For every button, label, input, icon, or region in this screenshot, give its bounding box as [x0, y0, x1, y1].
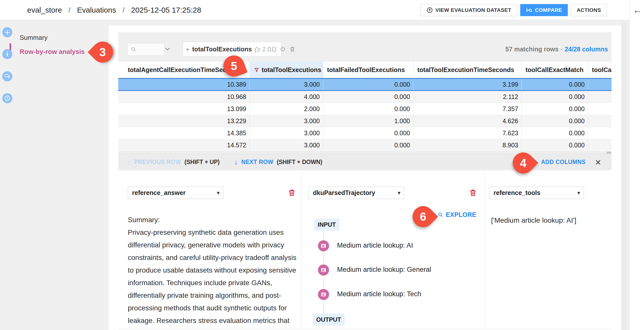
toggle-filter-power-icon[interactable] [279, 46, 286, 52]
table-cell[interactable]: 0.000 [522, 91, 588, 103]
column-select-reference-answer[interactable]: reference_answer ▾ [128, 187, 223, 199]
table-cell[interactable]: 0.000 [522, 139, 588, 151]
caret-down-icon: ▾ [217, 190, 220, 196]
filter-column-name: totalToolExecutions [192, 46, 252, 53]
actions-button[interactable]: ACTIONS [571, 4, 607, 16]
table-cell[interactable]: 0.000 [522, 79, 588, 90]
results-table: totalAgentCallExecutionTimeSecondstotalT… [118, 62, 612, 151]
history-clock-icon[interactable] [2, 93, 12, 103]
chevron-down-icon[interactable] [164, 45, 171, 53]
tool-call-label[interactable]: Medium article lookup: Tech [337, 290, 421, 298]
table-cell[interactable]: 7.623 [414, 127, 522, 139]
table-cell[interactable]: 0.000 [323, 79, 414, 90]
table-cell[interactable]: 0.000 [323, 127, 414, 139]
table-cell[interactable]: 14.572 [118, 139, 250, 151]
reference-answer-text: Summary: Privacy-preserving synthetic da… [128, 214, 301, 327]
search-input[interactable] [127, 43, 165, 56]
tool-call-icon[interactable] [317, 264, 330, 276]
table-cell[interactable]: 8.903 [414, 139, 522, 151]
remove-panel-trash-icon[interactable] [469, 188, 477, 198]
table-cell[interactable]: 3.000 [250, 139, 323, 151]
table-cell[interactable]: 0.000 [323, 103, 414, 115]
column-header-totalToolExecutionTimeSeconds[interactable]: totalToolExecutionTimeSeconds [414, 62, 522, 78]
table-cell[interactable]: 0.000 [522, 103, 588, 115]
table-cell[interactable]: 7.357 [414, 103, 522, 115]
table-row[interactable]: 13.0992.0000.0007.3570.000 [118, 103, 612, 115]
row-explorer-panel: ▸ totalToolExecutions (≥ 1.01) 57 matchi… [118, 32, 612, 154]
page-scrollbar[interactable] [621, 22, 626, 330]
filter-condition: (≥ 1.01) [255, 46, 276, 53]
table-cell[interactable]: 3.000 [250, 115, 323, 127]
column-header-toolCall[interactable]: toolCall [588, 62, 612, 78]
table-cell[interactable]: 14.385 [118, 127, 250, 139]
table-cell[interactable]: 13.229 [118, 115, 250, 127]
table-cell[interactable]: 4.626 [414, 115, 522, 127]
table-row[interactable]: 10.9684.0000.0002.1120.000 [118, 91, 612, 103]
add-columns-button[interactable]: + ADD COLUMNS [534, 159, 586, 166]
table-row[interactable]: 14.3853.0000.0007.6230.000 [118, 127, 612, 139]
panel-divider [485, 170, 485, 329]
table-cell[interactable]: 13.099 [118, 103, 250, 115]
next-row-shortcut: (SHIFT + DOWN) [277, 159, 322, 166]
table-cell[interactable]: 2.000 [250, 103, 323, 115]
filter-chip[interactable]: ▸ totalToolExecutions (≥ 1.01) [183, 42, 281, 56]
breadcrumb-run-timestamp[interactable]: 2025-12-05 17:25:28 [131, 6, 201, 14]
breadcrumb-evaluations[interactable]: Evaluations [77, 6, 116, 14]
breadcrumb-project[interactable]: eval_store [27, 6, 62, 14]
delete-filter-trash-icon[interactable] [289, 46, 296, 52]
table-cell[interactable]: 0.000 [323, 139, 414, 151]
sidebar-item-summary[interactable]: Summary [20, 34, 48, 42]
table-cell[interactable]: 4.000 [250, 91, 323, 103]
arrow-down-icon: ↓ [234, 158, 238, 166]
table-cell[interactable] [588, 139, 612, 151]
remove-panel-trash-icon[interactable] [288, 188, 296, 198]
table-cell[interactable]: 3.000 [250, 79, 323, 90]
columns-count-link[interactable]: 24/28 columns [565, 46, 608, 53]
column-select-dku-parsed-trajectory[interactable]: dkuParsedTrajectory ▾ [309, 187, 404, 199]
tool-call-icon[interactable] [317, 240, 330, 252]
table-cell[interactable] [588, 115, 612, 127]
column-header-toolCallExactMatch[interactable]: toolCallExactMatch [522, 62, 588, 78]
view-evaluation-dataset-button[interactable]: VIEW EVALUATION DATASET [421, 4, 517, 16]
previous-row-shortcut: (SHIFT + UP) [184, 159, 220, 166]
table-cell[interactable] [588, 91, 612, 103]
sidebar-item-row-by-row-analysis[interactable]: Row-by-row analysis [20, 48, 85, 56]
add-insight-plus-icon[interactable]: + [2, 27, 12, 37]
table-cell[interactable]: 1.000 [323, 115, 414, 127]
table-cell[interactable]: 10.389 [118, 79, 250, 90]
tool-call-icon[interactable] [317, 288, 330, 301]
expand-filter-triangle-icon[interactable]: ▸ [187, 46, 189, 52]
compare-button[interactable]: COMPARE [520, 4, 568, 16]
table-cell[interactable] [588, 127, 612, 139]
reference-tools-text: ['Medium article lookup: AI'] [491, 215, 602, 226]
next-row-button[interactable]: ↓ NEXT ROW (SHIFT + DOWN) [234, 158, 322, 166]
column-header-totalFailedToolExecutions[interactable]: totalFailedToolExecutions [323, 62, 414, 78]
table-cell[interactable]: 0.000 [522, 127, 588, 139]
search-icon [131, 46, 137, 52]
discussions-icon[interactable] [2, 71, 12, 81]
dataset-output-icon [426, 7, 433, 13]
caret-down-icon: ▾ [577, 190, 580, 196]
table-cell[interactable]: 0.000 [522, 115, 588, 127]
table-cell[interactable]: 10.968 [118, 91, 250, 103]
row-divider [118, 329, 612, 329]
table-cell[interactable]: 3.199 [414, 79, 522, 90]
info-icon[interactable]: i [2, 49, 12, 59]
tool-call-label[interactable]: Medium article lookup: General [337, 266, 431, 274]
collapse-panel-arrow-icon[interactable]: ← [633, 6, 642, 15]
column-header-totalToolExecutions[interactable]: totalToolExecutions [250, 62, 323, 78]
table-cell[interactable] [588, 103, 612, 115]
tool-call-label[interactable]: Medium article lookup: AI [337, 242, 413, 249]
table-row[interactable]: 10.3893.0000.0003.1990.000 [118, 78, 612, 91]
table-cell[interactable]: 3.000 [250, 127, 323, 139]
table-row[interactable]: 13.2293.0001.0004.6260.000 [118, 115, 612, 127]
table-cell[interactable] [588, 79, 612, 90]
previous-row-button[interactable]: ↑ PREVIOUS ROW (SHIFT + UP) [127, 158, 220, 166]
table-cell[interactable]: 2.112 [414, 91, 522, 103]
column-select-reference-tools[interactable]: reference_tools ▾ [489, 187, 584, 199]
close-icon[interactable]: × [595, 158, 601, 167]
filter-funnel-icon[interactable] [254, 67, 260, 73]
table-cell[interactable]: 0.000 [323, 91, 414, 103]
table-row[interactable]: 14.5723.0000.0008.9030.000 [118, 139, 612, 151]
explore-link[interactable]: EXPLORE [437, 211, 476, 218]
